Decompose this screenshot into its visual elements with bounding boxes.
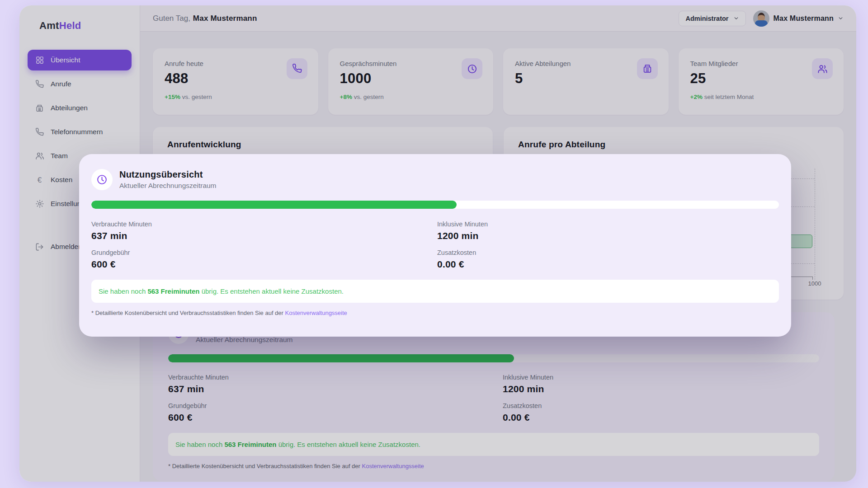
usage-included-label: Inklusive Minuten [437,221,779,228]
usage-message-suffix: übrig. Es entstehen aktuell keine Zusatz… [199,287,344,295]
usage-subtitle: Aktueller Abrechnungszeitraum [119,182,217,190]
usage-message: Sie haben noch 563 Freiminuten übrig. Es… [91,280,779,303]
usage-extra-value: 0.00 € [437,259,779,270]
usage-message-bold: 563 Freiminuten [147,287,199,295]
clock-icon [91,169,113,190]
usage-footnote-link[interactable]: Kostenverwaltungsseite [285,310,347,316]
usage-modal-header: Nutzungsübersicht Aktueller Abrechnungsz… [91,169,779,190]
usage-included: Inklusive Minuten 1200 min [437,221,779,241]
usage-base-fee-value: 600 € [91,259,437,270]
usage-base-fee: Grundgebühr 600 € [91,249,437,270]
usage-modal: Nutzungsübersicht Aktueller Abrechnungsz… [79,154,791,337]
usage-extra-label: Zusatzkosten [437,249,779,256]
usage-modal-heading: Nutzungsübersicht Aktueller Abrechnungsz… [119,169,217,190]
usage-used-value: 637 min [91,230,437,241]
usage-used-label: Verbrauchte Minuten [91,221,437,228]
usage-base-fee-label: Grundgebühr [91,249,437,256]
usage-footnote: * Detaillierte Kostenübersicht und Verbr… [91,310,779,316]
usage-values: Verbrauchte Minuten 637 min Inklusive Mi… [91,221,779,270]
usage-progress-track [91,201,779,209]
usage-used: Verbrauchte Minuten 637 min [91,221,437,241]
usage-message-prefix: Sie haben noch [99,287,147,295]
usage-extra: Zusatzkosten 0.00 € [437,249,779,270]
usage-footnote-text: * Detaillierte Kostenübersicht und Verbr… [91,310,285,316]
usage-title: Nutzungsübersicht [119,169,217,180]
usage-progress-fill [91,201,457,209]
usage-included-value: 1200 min [437,230,779,241]
